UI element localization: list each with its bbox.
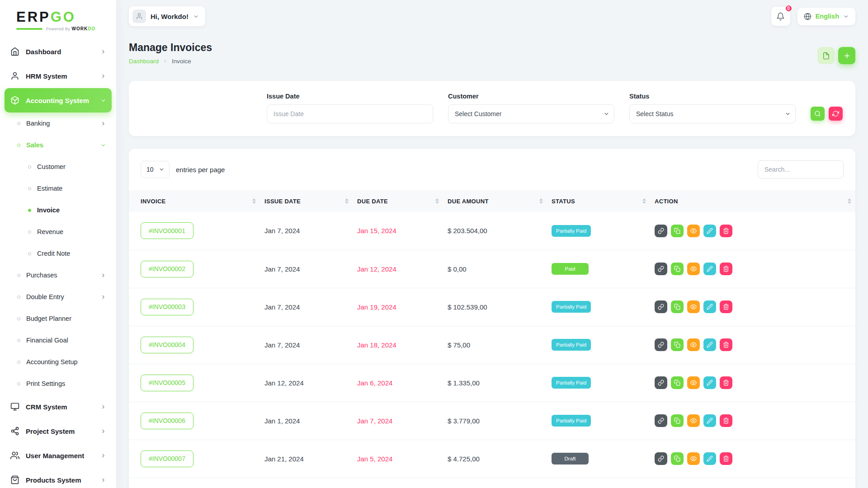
view-button[interactable] [687, 263, 700, 275]
sidebar-item-label: CRM System [26, 403, 67, 411]
duplicate-button[interactable] [671, 263, 684, 275]
customer-label: Customer [448, 93, 614, 100]
duplicate-button[interactable] [671, 225, 684, 237]
invoice-number-button[interactable]: #INVO00003 [141, 299, 193, 315]
sidebar-item-banking[interactable]: Banking [11, 113, 112, 134]
edit-button[interactable] [703, 225, 716, 237]
edit-button[interactable] [703, 263, 716, 275]
status-badge: Partially Paid [552, 225, 591, 237]
copy-icon [674, 342, 680, 348]
sidebar-item-products-system[interactable]: Products System [5, 468, 112, 488]
invoice-number-button[interactable]: #INVO00002 [141, 261, 193, 277]
sidebar-item-crm-system[interactable]: CRM System [5, 394, 112, 419]
sidebar-item-customer[interactable]: Customer [22, 156, 112, 178]
sidebar-item-project-system[interactable]: Project System [5, 419, 112, 443]
sidebar-item-invoice[interactable]: Invoice [22, 199, 112, 221]
view-button[interactable] [687, 225, 700, 237]
issue-date-field-group: Issue Date [267, 93, 433, 123]
copy-link-button[interactable] [655, 225, 667, 237]
share-network-icon [10, 426, 20, 436]
delete-button[interactable] [720, 225, 732, 237]
column-header-due-date[interactable]: DUE DATE [353, 190, 443, 212]
delete-button[interactable] [720, 300, 732, 313]
column-header-action[interactable]: ACTION [650, 190, 855, 212]
copy-link-button[interactable] [655, 452, 667, 465]
copy-link-button[interactable] [655, 376, 667, 389]
delete-button[interactable] [720, 338, 732, 351]
delete-button[interactable] [720, 414, 732, 427]
column-header-issue-date[interactable]: ISSUE DATE [260, 190, 353, 212]
sidebar-item-hrm-system[interactable]: HRM System [5, 64, 112, 88]
row-actions [655, 452, 851, 465]
column-label: ISSUE DATE [264, 198, 301, 205]
invoice-number-button[interactable]: #INVO00001 [141, 222, 193, 239]
shopping-bag-icon [10, 475, 20, 485]
table-search-input[interactable] [758, 160, 844, 178]
language-selector[interactable]: English [797, 8, 855, 25]
sidebar-item-financial-goal[interactable]: Financial Goal [11, 329, 112, 351]
copy-link-button[interactable] [655, 414, 667, 427]
sidebar-item-estimate[interactable]: Estimate [22, 178, 112, 199]
sidebar-item-purchases[interactable]: Purchases [11, 264, 112, 286]
duplicate-button[interactable] [671, 338, 684, 351]
delete-button[interactable] [720, 376, 732, 389]
view-button[interactable] [687, 452, 700, 465]
column-header-status[interactable]: STATUS [547, 190, 650, 212]
create-invoice-button[interactable] [838, 47, 855, 64]
invoice-number-button[interactable]: #INVO00006 [141, 413, 193, 429]
status-select[interactable]: Select Status [629, 104, 796, 123]
invoice-number-button[interactable]: #INVO00004 [141, 337, 193, 353]
duplicate-button[interactable] [671, 414, 684, 427]
sidebar-item-revenue[interactable]: Revenue [22, 221, 112, 243]
eye-icon [690, 380, 697, 386]
breadcrumb-dashboard-link[interactable]: Dashboard [129, 58, 159, 65]
delete-button[interactable] [720, 263, 732, 275]
reset-filter-button[interactable] [829, 107, 843, 121]
view-button[interactable] [687, 300, 700, 313]
duplicate-button[interactable] [671, 452, 684, 465]
trash-icon [723, 342, 729, 348]
logo[interactable]: ERPGO Powered By WORKDO [0, 0, 116, 35]
edit-button[interactable] [703, 452, 716, 465]
page-size-select[interactable]: 10 [141, 161, 170, 178]
issue-date-input[interactable] [267, 104, 433, 123]
sidebar-item-credit-note[interactable]: Credit Note [22, 243, 112, 264]
copy-link-button[interactable] [655, 338, 667, 351]
table-row: #INVO00004 Jan 7, 2024 Jan 18, 2024 $ 75… [129, 326, 855, 364]
sidebar-item-sales[interactable]: Sales [11, 134, 112, 156]
apply-filter-button[interactable] [811, 107, 825, 121]
edit-button[interactable] [703, 414, 716, 427]
sidebar-item-user-management[interactable]: User Management [5, 443, 112, 468]
user-menu[interactable]: Hi, Workdo! [129, 6, 205, 26]
column-header-invoice[interactable]: INVOICE [129, 190, 260, 212]
view-button[interactable] [687, 338, 700, 351]
issue-date-cell: Jan 7, 2024 [260, 212, 353, 250]
copy-link-button[interactable] [655, 263, 667, 275]
duplicate-button[interactable] [671, 376, 684, 389]
accounting-submenu: Banking Sales Customer Estimate [5, 113, 112, 394]
export-button[interactable] [817, 47, 835, 64]
invoice-number-button[interactable]: #INVO00007 [141, 450, 193, 467]
sidebar-item-budget-planner[interactable]: Budget Planner [11, 308, 112, 329]
sidebar-item-dashboard[interactable]: Dashboard [5, 39, 112, 64]
link-icon [658, 266, 664, 272]
edit-button[interactable] [703, 338, 716, 351]
column-header-due-amount[interactable]: DUE AMOUNT [443, 190, 547, 212]
view-button[interactable] [687, 376, 700, 389]
sidebar-item-accounting-system[interactable]: Accounting System [5, 88, 112, 113]
edit-button[interactable] [703, 376, 716, 389]
sidebar-item-double-entry[interactable]: Double Entry [11, 286, 112, 308]
table-header-row: INVOICE ISSUE DATE DUE DATE DUE AMOUNT S… [129, 190, 855, 212]
sidebar-item-print-settings[interactable]: Print Settings [11, 373, 112, 394]
sidebar-item-accounting-setup[interactable]: Accounting Setup [11, 351, 112, 373]
trash-icon [723, 380, 729, 386]
view-button[interactable] [687, 414, 700, 427]
notification-button[interactable]: 0 [771, 7, 790, 26]
status-badge: Partially Paid [552, 377, 591, 389]
copy-link-button[interactable] [655, 300, 667, 313]
delete-button[interactable] [720, 452, 732, 465]
duplicate-button[interactable] [671, 300, 684, 313]
invoice-number-button[interactable]: #INVO00005 [141, 375, 193, 391]
customer-select[interactable]: Select Customer [448, 104, 614, 123]
edit-button[interactable] [703, 300, 716, 313]
